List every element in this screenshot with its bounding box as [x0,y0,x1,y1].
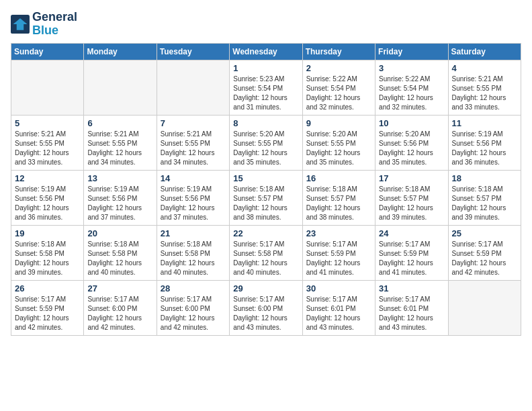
calendar-header: SundayMondayTuesdayWednesdayThursdayFrid… [11,43,521,60]
day-info: Sunrise: 5:18 AM Sunset: 5:58 PM Dayligh… [161,240,226,277]
day-number: 5 [15,118,80,128]
calendar-body: 1Sunrise: 5:23 AM Sunset: 5:54 PM Daylig… [11,60,521,335]
page-header: General Blue [11,11,521,38]
day-info: Sunrise: 5:20 AM Sunset: 5:56 PM Dayligh… [379,130,444,167]
day-info: Sunrise: 5:17 AM Sunset: 6:00 PM Dayligh… [161,295,226,332]
day-number: 20 [87,228,152,238]
day-number: 1 [233,63,298,73]
calendar-day-cell: 1Sunrise: 5:23 AM Sunset: 5:54 PM Daylig… [230,60,302,115]
day-number: 19 [15,228,80,238]
calendar-day-cell: 18Sunrise: 5:18 AM Sunset: 5:57 PM Dayli… [448,170,521,225]
day-info: Sunrise: 5:18 AM Sunset: 5:58 PM Dayligh… [87,240,152,277]
weekday-header: Friday [375,43,448,60]
calendar-day-cell: 27Sunrise: 5:17 AM Sunset: 6:00 PM Dayli… [84,280,157,335]
calendar-day-cell: 14Sunrise: 5:19 AM Sunset: 5:56 PM Dayli… [157,170,229,225]
calendar-day-cell [448,280,521,335]
calendar-day-cell: 11Sunrise: 5:19 AM Sunset: 5:56 PM Dayli… [448,115,521,170]
calendar-day-cell: 26Sunrise: 5:17 AM Sunset: 5:59 PM Dayli… [11,280,84,335]
day-number: 7 [161,118,226,128]
day-number: 30 [306,283,371,293]
calendar-day-cell: 10Sunrise: 5:20 AM Sunset: 5:56 PM Dayli… [375,115,448,170]
calendar-day-cell: 31Sunrise: 5:17 AM Sunset: 6:01 PM Dayli… [375,280,448,335]
calendar-day-cell: 3Sunrise: 5:22 AM Sunset: 5:54 PM Daylig… [375,60,448,115]
day-number: 15 [233,173,298,183]
day-info: Sunrise: 5:20 AM Sunset: 5:55 PM Dayligh… [306,130,371,167]
calendar-week-row: 26Sunrise: 5:17 AM Sunset: 5:59 PM Dayli… [11,280,521,335]
calendar-day-cell: 24Sunrise: 5:17 AM Sunset: 5:59 PM Dayli… [375,225,448,280]
day-info: Sunrise: 5:17 AM Sunset: 6:00 PM Dayligh… [233,295,298,332]
day-number: 14 [161,173,226,183]
calendar-week-row: 19Sunrise: 5:18 AM Sunset: 5:58 PM Dayli… [11,225,521,280]
calendar-day-cell: 4Sunrise: 5:21 AM Sunset: 5:55 PM Daylig… [448,60,521,115]
calendar-day-cell: 29Sunrise: 5:17 AM Sunset: 6:00 PM Dayli… [230,280,302,335]
calendar-day-cell: 28Sunrise: 5:17 AM Sunset: 6:00 PM Dayli… [157,280,229,335]
day-number: 13 [87,173,152,183]
calendar-table: SundayMondayTuesdayWednesdayThursdayFrid… [11,43,521,336]
calendar-day-cell [84,60,157,115]
weekday-header: Tuesday [157,43,229,60]
day-info: Sunrise: 5:18 AM Sunset: 5:57 PM Dayligh… [233,185,298,222]
calendar-week-row: 1Sunrise: 5:23 AM Sunset: 5:54 PM Daylig… [11,60,521,115]
day-info: Sunrise: 5:22 AM Sunset: 5:54 PM Dayligh… [306,75,371,112]
day-info: Sunrise: 5:17 AM Sunset: 5:59 PM Dayligh… [452,240,517,277]
day-number: 11 [452,118,517,128]
calendar-day-cell: 19Sunrise: 5:18 AM Sunset: 5:58 PM Dayli… [11,225,84,280]
day-number: 3 [379,63,444,73]
calendar-day-cell: 9Sunrise: 5:20 AM Sunset: 5:55 PM Daylig… [302,115,375,170]
day-info: Sunrise: 5:19 AM Sunset: 5:56 PM Dayligh… [87,185,152,222]
day-info: Sunrise: 5:17 AM Sunset: 5:59 PM Dayligh… [306,240,371,277]
calendar-day-cell [11,60,84,115]
day-number: 22 [233,228,298,238]
day-info: Sunrise: 5:18 AM Sunset: 5:57 PM Dayligh… [452,185,517,222]
day-number: 16 [306,173,371,183]
day-number: 12 [15,173,80,183]
day-number: 10 [379,118,444,128]
day-number: 27 [87,283,152,293]
day-number: 24 [379,228,444,238]
day-info: Sunrise: 5:21 AM Sunset: 5:55 PM Dayligh… [87,130,152,167]
day-number: 18 [452,173,517,183]
weekday-header: Saturday [448,43,521,60]
weekday-header: Thursday [302,43,375,60]
calendar-day-cell: 6Sunrise: 5:21 AM Sunset: 5:55 PM Daylig… [84,115,157,170]
calendar-day-cell: 7Sunrise: 5:21 AM Sunset: 5:55 PM Daylig… [157,115,229,170]
day-info: Sunrise: 5:17 AM Sunset: 6:01 PM Dayligh… [379,295,444,332]
day-info: Sunrise: 5:17 AM Sunset: 6:00 PM Dayligh… [87,295,152,332]
logo: General Blue [11,11,77,38]
calendar-day-cell: 5Sunrise: 5:21 AM Sunset: 5:55 PM Daylig… [11,115,84,170]
day-info: Sunrise: 5:22 AM Sunset: 5:54 PM Dayligh… [379,75,444,112]
day-info: Sunrise: 5:19 AM Sunset: 5:56 PM Dayligh… [15,185,80,222]
calendar-week-row: 5Sunrise: 5:21 AM Sunset: 5:55 PM Daylig… [11,115,521,170]
day-info: Sunrise: 5:19 AM Sunset: 5:56 PM Dayligh… [161,185,226,222]
day-info: Sunrise: 5:17 AM Sunset: 5:58 PM Dayligh… [233,240,298,277]
day-info: Sunrise: 5:21 AM Sunset: 5:55 PM Dayligh… [15,130,80,167]
day-number: 26 [15,283,80,293]
day-number: 29 [233,283,298,293]
day-number: 17 [379,173,444,183]
logo-text: General Blue [32,11,77,38]
day-info: Sunrise: 5:17 AM Sunset: 6:01 PM Dayligh… [306,295,371,332]
day-number: 25 [452,228,517,238]
day-number: 21 [161,228,226,238]
day-number: 4 [452,63,517,73]
calendar-day-cell: 2Sunrise: 5:22 AM Sunset: 5:54 PM Daylig… [302,60,375,115]
calendar-week-row: 12Sunrise: 5:19 AM Sunset: 5:56 PM Dayli… [11,170,521,225]
calendar-day-cell [157,60,229,115]
calendar-day-cell: 12Sunrise: 5:19 AM Sunset: 5:56 PM Dayli… [11,170,84,225]
day-number: 8 [233,118,298,128]
day-info: Sunrise: 5:17 AM Sunset: 5:59 PM Dayligh… [15,295,80,332]
day-number: 6 [87,118,152,128]
calendar-day-cell: 20Sunrise: 5:18 AM Sunset: 5:58 PM Dayli… [84,225,157,280]
day-info: Sunrise: 5:20 AM Sunset: 5:55 PM Dayligh… [233,130,298,167]
day-number: 2 [306,63,371,73]
calendar-day-cell: 23Sunrise: 5:17 AM Sunset: 5:59 PM Dayli… [302,225,375,280]
day-number: 23 [306,228,371,238]
day-number: 31 [379,283,444,293]
day-info: Sunrise: 5:23 AM Sunset: 5:54 PM Dayligh… [233,75,298,112]
calendar-day-cell: 30Sunrise: 5:17 AM Sunset: 6:01 PM Dayli… [302,280,375,335]
day-info: Sunrise: 5:18 AM Sunset: 5:58 PM Dayligh… [15,240,80,277]
calendar-day-cell: 15Sunrise: 5:18 AM Sunset: 5:57 PM Dayli… [230,170,302,225]
calendar-day-cell: 22Sunrise: 5:17 AM Sunset: 5:58 PM Dayli… [230,225,302,280]
calendar-day-cell: 17Sunrise: 5:18 AM Sunset: 5:57 PM Dayli… [375,170,448,225]
day-info: Sunrise: 5:21 AM Sunset: 5:55 PM Dayligh… [161,130,226,167]
